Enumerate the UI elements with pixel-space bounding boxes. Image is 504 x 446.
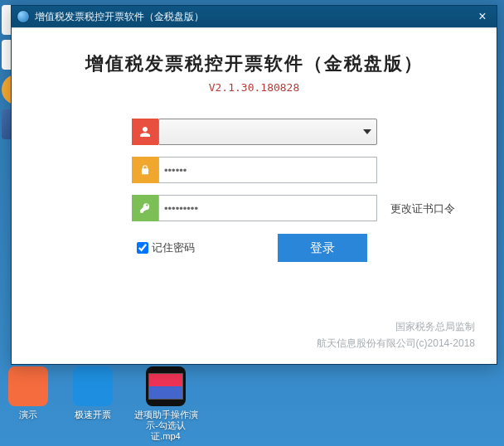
login-content: 增值税发票税控开票软件（金税盘版） V2.1.30.180828 xyxy=(12,27,497,363)
password-row xyxy=(132,157,447,185)
action-row: 记住密码 登录 xyxy=(132,233,447,263)
shortcut-label: 进项助手操作演示-勾选认证.mp4 xyxy=(133,410,199,442)
title-bar: 增值税发票税控开票软件（金税盘版） × xyxy=(12,6,497,27)
change-cert-link[interactable]: 更改证书口令 xyxy=(390,201,455,216)
login-form: 更改证书口令 记住密码 登录 xyxy=(132,119,447,263)
lock-icon xyxy=(132,157,158,183)
shortcut-label: 极速开票 xyxy=(68,410,118,420)
app-icon xyxy=(17,10,30,23)
cert-password-input[interactable] xyxy=(158,195,377,221)
desktop-shortcut[interactable]: 演示 xyxy=(3,366,53,443)
login-button[interactable]: 登录 xyxy=(278,234,367,262)
footer-line-2: 航天信息股份有限公司(c)2014-2018 xyxy=(317,335,475,351)
username-row xyxy=(132,119,447,147)
footer: 国家税务总局监制 航天信息股份有限公司(c)2014-2018 xyxy=(317,318,475,351)
shortcut-label: 演示 xyxy=(3,410,53,420)
bottom-icon-row: 演示 极速开票 进项助手操作演示-勾选认证.mp4 xyxy=(0,366,501,443)
username-select[interactable] xyxy=(158,119,377,145)
video-file-icon xyxy=(146,366,186,406)
footer-line-1: 国家税务总局监制 xyxy=(317,318,475,335)
user-icon xyxy=(132,119,158,145)
close-button[interactable]: × xyxy=(473,7,492,26)
password-input[interactable] xyxy=(158,157,377,183)
app-version: V2.1.30.180828 xyxy=(12,81,497,94)
chevron-down-icon xyxy=(363,129,371,134)
close-icon: × xyxy=(478,9,486,23)
remember-checkbox-input[interactable] xyxy=(137,242,148,254)
login-window: 增值税发票税控开票软件（金税盘版） × 增值税发票税控开票软件（金税盘版） V2… xyxy=(11,5,497,365)
key-icon xyxy=(132,195,158,221)
desktop-shortcut[interactable]: 进项助手操作演示-勾选认证.mp4 xyxy=(133,366,199,443)
desktop-shortcut[interactable]: 极速开票 xyxy=(68,366,118,443)
app-icon xyxy=(73,366,113,406)
app-icon xyxy=(8,366,48,406)
window-title: 增值税发票税控开票软件（金税盘版） xyxy=(35,10,204,24)
cert-row: 更改证书口令 xyxy=(132,195,447,223)
app-title: 增值税发票税控开票软件（金税盘版） xyxy=(12,51,497,76)
remember-label: 记住密码 xyxy=(152,240,195,255)
remember-password-checkbox[interactable]: 记住密码 xyxy=(133,240,195,256)
